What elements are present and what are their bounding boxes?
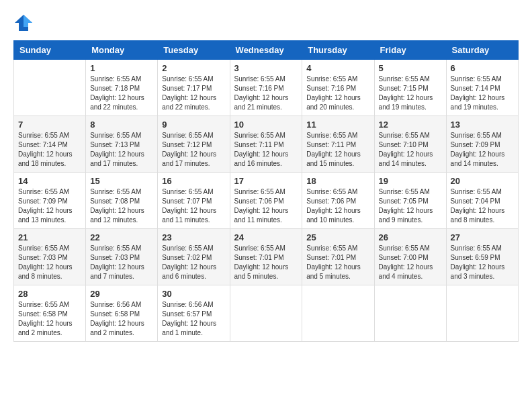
calendar-cell: 10Sunrise: 6:55 AM Sunset: 7:11 PM Dayli… bbox=[230, 116, 302, 173]
logo-icon bbox=[13, 13, 34, 34]
calendar-header-saturday: Saturday bbox=[446, 41, 518, 60]
day-number: 28 bbox=[18, 289, 81, 299]
day-info: Sunrise: 6:55 AM Sunset: 7:03 PM Dayligh… bbox=[18, 244, 81, 281]
calendar-cell bbox=[302, 285, 374, 342]
day-info: Sunrise: 6:55 AM Sunset: 7:08 PM Dayligh… bbox=[90, 187, 153, 225]
calendar-header-row: SundayMondayTuesdayWednesdayThursdayFrid… bbox=[14, 41, 519, 60]
day-info: Sunrise: 6:55 AM Sunset: 7:06 PM Dayligh… bbox=[306, 187, 369, 225]
calendar-cell: 16Sunrise: 6:55 AM Sunset: 7:07 PM Dayli… bbox=[158, 173, 230, 229]
calendar-cell: 21Sunrise: 6:55 AM Sunset: 7:03 PM Dayli… bbox=[14, 229, 86, 285]
day-info: Sunrise: 6:55 AM Sunset: 7:05 PM Dayligh… bbox=[379, 187, 442, 225]
day-info: Sunrise: 6:55 AM Sunset: 7:16 PM Dayligh… bbox=[306, 75, 369, 112]
calendar-cell: 8Sunrise: 6:55 AM Sunset: 7:13 PM Daylig… bbox=[86, 116, 158, 173]
calendar-week-2: 7Sunrise: 6:55 AM Sunset: 7:14 PM Daylig… bbox=[14, 116, 519, 173]
day-info: Sunrise: 6:56 AM Sunset: 6:58 PM Dayligh… bbox=[90, 300, 153, 338]
day-number: 21 bbox=[18, 232, 81, 242]
day-info: Sunrise: 6:55 AM Sunset: 7:14 PM Dayligh… bbox=[18, 131, 81, 169]
calendar-cell: 17Sunrise: 6:55 AM Sunset: 7:06 PM Dayli… bbox=[230, 173, 302, 229]
day-number: 14 bbox=[18, 176, 81, 186]
calendar-header-sunday: Sunday bbox=[14, 41, 86, 60]
day-number: 25 bbox=[306, 232, 369, 242]
calendar-cell: 4Sunrise: 6:55 AM Sunset: 7:16 PM Daylig… bbox=[302, 60, 374, 116]
day-info: Sunrise: 6:55 AM Sunset: 7:11 PM Dayligh… bbox=[234, 131, 298, 169]
calendar-header-tuesday: Tuesday bbox=[158, 41, 230, 60]
day-info: Sunrise: 6:55 AM Sunset: 7:09 PM Dayligh… bbox=[451, 131, 514, 169]
calendar-cell: 12Sunrise: 6:55 AM Sunset: 7:10 PM Dayli… bbox=[374, 116, 446, 173]
calendar-cell: 24Sunrise: 6:55 AM Sunset: 7:01 PM Dayli… bbox=[230, 229, 302, 285]
day-number: 22 bbox=[90, 232, 153, 242]
calendar-header-monday: Monday bbox=[86, 41, 158, 60]
calendar-cell: 29Sunrise: 6:56 AM Sunset: 6:58 PM Dayli… bbox=[86, 285, 158, 342]
calendar-cell: 25Sunrise: 6:55 AM Sunset: 7:01 PM Dayli… bbox=[302, 229, 374, 285]
day-info: Sunrise: 6:55 AM Sunset: 7:01 PM Dayligh… bbox=[306, 244, 369, 281]
calendar-week-5: 28Sunrise: 6:55 AM Sunset: 6:58 PM Dayli… bbox=[14, 285, 519, 342]
calendar-header-wednesday: Wednesday bbox=[230, 41, 302, 60]
day-number: 26 bbox=[379, 232, 442, 242]
day-info: Sunrise: 6:55 AM Sunset: 7:12 PM Dayligh… bbox=[162, 131, 225, 169]
day-info: Sunrise: 6:56 AM Sunset: 6:57 PM Dayligh… bbox=[162, 300, 225, 338]
logo bbox=[13, 13, 36, 34]
day-number: 12 bbox=[379, 120, 442, 130]
day-number: 16 bbox=[162, 176, 225, 186]
calendar-cell bbox=[446, 285, 518, 342]
calendar-cell: 5Sunrise: 6:55 AM Sunset: 7:15 PM Daylig… bbox=[374, 60, 446, 116]
calendar-cell: 23Sunrise: 6:55 AM Sunset: 7:02 PM Dayli… bbox=[158, 229, 230, 285]
day-number: 8 bbox=[90, 120, 153, 130]
day-number: 19 bbox=[379, 176, 442, 186]
calendar-week-4: 21Sunrise: 6:55 AM Sunset: 7:03 PM Dayli… bbox=[14, 229, 519, 285]
calendar: SundayMondayTuesdayWednesdayThursdayFrid… bbox=[13, 40, 519, 342]
day-info: Sunrise: 6:55 AM Sunset: 7:02 PM Dayligh… bbox=[162, 244, 225, 281]
day-number: 3 bbox=[234, 63, 298, 73]
day-number: 13 bbox=[451, 120, 514, 130]
day-number: 17 bbox=[234, 176, 298, 186]
calendar-cell: 9Sunrise: 6:55 AM Sunset: 7:12 PM Daylig… bbox=[158, 116, 230, 173]
calendar-cell: 7Sunrise: 6:55 AM Sunset: 7:14 PM Daylig… bbox=[14, 116, 86, 173]
day-number: 24 bbox=[234, 232, 298, 242]
day-info: Sunrise: 6:55 AM Sunset: 7:15 PM Dayligh… bbox=[379, 75, 442, 112]
day-number: 11 bbox=[306, 120, 369, 130]
day-number: 15 bbox=[90, 176, 153, 186]
day-info: Sunrise: 6:55 AM Sunset: 7:07 PM Dayligh… bbox=[162, 187, 225, 225]
calendar-header-friday: Friday bbox=[374, 41, 446, 60]
day-info: Sunrise: 6:55 AM Sunset: 7:04 PM Dayligh… bbox=[451, 187, 514, 225]
day-number: 5 bbox=[379, 63, 442, 73]
calendar-week-1: 1Sunrise: 6:55 AM Sunset: 7:18 PM Daylig… bbox=[14, 60, 519, 116]
calendar-cell: 26Sunrise: 6:55 AM Sunset: 7:00 PM Dayli… bbox=[374, 229, 446, 285]
calendar-cell: 11Sunrise: 6:55 AM Sunset: 7:11 PM Dayli… bbox=[302, 116, 374, 173]
calendar-cell: 18Sunrise: 6:55 AM Sunset: 7:06 PM Dayli… bbox=[302, 173, 374, 229]
day-number: 20 bbox=[451, 176, 514, 186]
calendar-cell: 19Sunrise: 6:55 AM Sunset: 7:05 PM Dayli… bbox=[374, 173, 446, 229]
calendar-week-3: 14Sunrise: 6:55 AM Sunset: 7:09 PM Dayli… bbox=[14, 173, 519, 229]
day-info: Sunrise: 6:55 AM Sunset: 7:01 PM Dayligh… bbox=[234, 244, 298, 281]
day-number: 23 bbox=[162, 232, 225, 242]
calendar-cell: 28Sunrise: 6:55 AM Sunset: 6:58 PM Dayli… bbox=[14, 285, 86, 342]
calendar-cell bbox=[14, 60, 86, 116]
day-number: 6 bbox=[451, 63, 514, 73]
day-info: Sunrise: 6:55 AM Sunset: 7:00 PM Dayligh… bbox=[379, 244, 442, 281]
calendar-header-thursday: Thursday bbox=[302, 41, 374, 60]
day-info: Sunrise: 6:55 AM Sunset: 7:16 PM Dayligh… bbox=[234, 75, 298, 112]
day-info: Sunrise: 6:55 AM Sunset: 6:58 PM Dayligh… bbox=[18, 300, 81, 338]
day-number: 27 bbox=[451, 232, 514, 242]
day-info: Sunrise: 6:55 AM Sunset: 7:14 PM Dayligh… bbox=[451, 75, 514, 112]
day-info: Sunrise: 6:55 AM Sunset: 7:09 PM Dayligh… bbox=[18, 187, 81, 225]
day-number: 10 bbox=[234, 120, 298, 130]
day-number: 7 bbox=[18, 120, 81, 130]
calendar-cell: 30Sunrise: 6:56 AM Sunset: 6:57 PM Dayli… bbox=[158, 285, 230, 342]
day-info: Sunrise: 6:55 AM Sunset: 7:17 PM Dayligh… bbox=[162, 75, 225, 112]
day-info: Sunrise: 6:55 AM Sunset: 7:13 PM Dayligh… bbox=[90, 131, 153, 169]
calendar-cell: 1Sunrise: 6:55 AM Sunset: 7:18 PM Daylig… bbox=[86, 60, 158, 116]
day-number: 30 bbox=[162, 289, 225, 299]
calendar-cell bbox=[374, 285, 446, 342]
day-number: 9 bbox=[162, 120, 225, 130]
day-info: Sunrise: 6:55 AM Sunset: 7:03 PM Dayligh… bbox=[90, 244, 153, 281]
day-number: 1 bbox=[90, 63, 153, 73]
day-number: 2 bbox=[162, 63, 225, 73]
calendar-cell: 13Sunrise: 6:55 AM Sunset: 7:09 PM Dayli… bbox=[446, 116, 518, 173]
day-info: Sunrise: 6:55 AM Sunset: 6:59 PM Dayligh… bbox=[451, 244, 514, 281]
day-info: Sunrise: 6:55 AM Sunset: 7:11 PM Dayligh… bbox=[306, 131, 369, 169]
day-number: 18 bbox=[306, 176, 369, 186]
day-info: Sunrise: 6:55 AM Sunset: 7:10 PM Dayligh… bbox=[379, 131, 442, 169]
day-number: 4 bbox=[306, 63, 369, 73]
calendar-cell bbox=[230, 285, 302, 342]
